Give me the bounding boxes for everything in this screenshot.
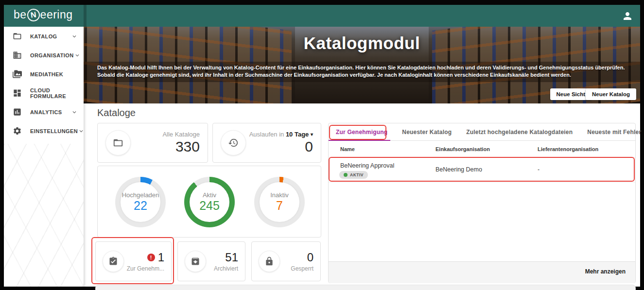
panel-tabs: Zur Genehmigung Neuester Katalog Zuletzt… xyxy=(329,123,635,141)
sidebar-item-cloud-formulare[interactable]: CLOUD FORMULARE xyxy=(4,84,84,102)
bar-chart-icon xyxy=(13,107,22,117)
archiviert-value: 51 xyxy=(214,251,238,264)
tage-dropdown[interactable]: 10 Tage ▾ xyxy=(286,131,313,138)
auslaufen-card[interactable]: Auslaufen in 10 Tage ▾ 0 xyxy=(212,123,321,163)
gear-icon xyxy=(13,126,22,136)
main-content: Katalogmodul Das Katalog-Modul hilft Ihn… xyxy=(84,27,640,287)
donut-value: 7 xyxy=(276,199,283,213)
donut-value: 245 xyxy=(199,199,220,213)
gesperrt-value: 0 xyxy=(291,251,313,264)
status-donut-panel: Hochgeladen 22 Aktiv 245 Inaktiv 7 xyxy=(97,166,321,238)
katalog-list-panel: Zur Genehmigung Neuester Katalog Zuletzt… xyxy=(328,123,636,283)
caret-down-icon: ▾ xyxy=(311,132,313,137)
top-bar: beNeering xyxy=(4,5,640,27)
archive-icon xyxy=(185,251,206,272)
logo-text-pre: be xyxy=(14,8,27,21)
donut-value: 22 xyxy=(134,199,147,213)
zur-genehmigung-card[interactable]: ! 1 Zur Genehm... xyxy=(95,241,172,281)
panel-footer: Mehr anzeigen xyxy=(329,261,635,283)
hero-description: Das Katalog-Modul hilft Ihnen bei der Ve… xyxy=(97,64,626,79)
neuer-katalog-button[interactable]: Neuer Katalog xyxy=(586,88,636,100)
chevron-down-icon xyxy=(71,33,78,40)
zur-genehmigung-value: ! 1 xyxy=(127,251,164,264)
hochgeladen-donut-chart: Hochgeladen 22 xyxy=(115,177,166,227)
gesperrt-card[interactable]: 0 Gesperrt xyxy=(251,241,321,281)
sidebar-item-organisation[interactable]: ORGANISATION xyxy=(4,46,84,65)
logo-n-mark: N xyxy=(26,8,40,22)
table-header: Name Einkaufsorganisation Lieferantenorg… xyxy=(329,141,635,157)
tab-neueste-mit-fehler[interactable]: Neueste mit Fehler xyxy=(587,129,641,136)
sidebar-item-label: CLOUD FORMULARE xyxy=(30,87,78,99)
beneering-logo: beNeering xyxy=(14,8,73,21)
auslaufen-value: 0 xyxy=(249,138,313,155)
media-library-icon xyxy=(13,69,22,79)
status-dot-icon xyxy=(344,173,348,177)
page-title: Katalogmodul xyxy=(84,34,640,53)
alert-badge-icon: ! xyxy=(147,254,155,261)
chevron-down-icon xyxy=(74,52,81,59)
dashboard-grid-icon xyxy=(13,88,22,98)
sidebar-item-mediathek[interactable]: MEDIATHEK xyxy=(4,65,84,84)
folder-icon xyxy=(13,32,22,41)
einkaufsorganisation-cell: BeNeering Demo xyxy=(435,166,482,173)
auslaufen-label: Auslaufen in 10 Tage ▾ xyxy=(249,131,313,138)
sidebar-item-label: MEDIATHEK xyxy=(30,71,63,77)
next-section-edge xyxy=(95,285,636,290)
app-window: beNeering KATALOG ORGANISATION MEDIATHEK… xyxy=(4,5,640,287)
sidebar-item-einstellungen[interactable]: EINSTELLUNGEN xyxy=(4,121,84,140)
sidebar-item-analytics[interactable]: ANALYTICS xyxy=(4,102,84,121)
logo-text-post: eering xyxy=(40,8,73,21)
sidebar-item-label: EINSTELLUNGEN xyxy=(30,128,78,134)
aktiv-donut-chart: Aktiv 245 xyxy=(184,177,235,227)
tab-neuester-katalog[interactable]: Neuester Katalog xyxy=(402,129,452,136)
tab-zur-genehmigung[interactable]: Zur Genehmigung xyxy=(336,129,387,136)
lock-icon xyxy=(259,251,280,272)
sidebar: KATALOG ORGANISATION MEDIATHEK CLOUD FOR… xyxy=(4,27,84,287)
clipboard-check-icon xyxy=(103,251,124,272)
column-header-name: Name xyxy=(340,146,355,152)
section-title: Kataloge xyxy=(97,107,136,119)
donut-label: Aktiv xyxy=(203,191,216,199)
hero-description-band: Das Katalog-Modul hilft Ihnen bei der Ve… xyxy=(84,62,640,82)
sidebar-item-label: KATALOG xyxy=(30,34,57,39)
alle-kataloge-value: 330 xyxy=(162,138,200,155)
zur-genehmigung-label: Zur Genehm... xyxy=(127,265,164,272)
sidebar-item-label: ORGANISATION xyxy=(30,52,74,58)
inaktiv-donut-chart: Inaktiv 7 xyxy=(254,177,305,227)
catalog-name: BeNeering Approval xyxy=(340,162,394,169)
archiviert-label: Archiviert xyxy=(214,265,238,272)
gesperrt-label: Gesperrt xyxy=(291,265,313,272)
tab-zuletzt-hochgeladene[interactable]: Zuletzt hochgeladene Katalogdateien xyxy=(466,129,573,136)
lieferantenorganisation-cell: - xyxy=(538,166,540,173)
column-header-lieferantenorganisation: Lieferantenorganisation xyxy=(538,146,598,152)
user-account-icon[interactable] xyxy=(622,10,633,22)
alle-kataloge-card[interactable]: Alle Kataloge 330 xyxy=(97,123,208,163)
chevron-down-icon xyxy=(71,109,78,116)
building-icon xyxy=(13,51,22,60)
history-icon xyxy=(221,130,246,155)
donut-label: Hochgeladen xyxy=(122,191,159,199)
donut-label: Inaktiv xyxy=(270,191,289,199)
alle-kataloge-label: Alle Kataloge xyxy=(162,131,200,138)
hero-banner: Katalogmodul Das Katalog-Modul hilft Ihn… xyxy=(84,27,640,103)
sidebar-item-label: ANALYTICS xyxy=(30,109,62,115)
status-badge: AKTIV xyxy=(339,171,368,179)
column-header-einkaufsorganisation: Einkaufsorganisation xyxy=(435,146,490,152)
table-row[interactable]: BeNeering Approval AKTIV BeNeering Demo … xyxy=(329,157,635,183)
folder-icon xyxy=(105,130,131,155)
mehr-anzeigen-button[interactable]: Mehr anzeigen xyxy=(585,268,626,275)
archiviert-card[interactable]: 51 Archiviert xyxy=(177,241,245,281)
sidebar-item-katalog[interactable]: KATALOG xyxy=(4,27,84,46)
chevron-down-icon xyxy=(78,128,85,135)
